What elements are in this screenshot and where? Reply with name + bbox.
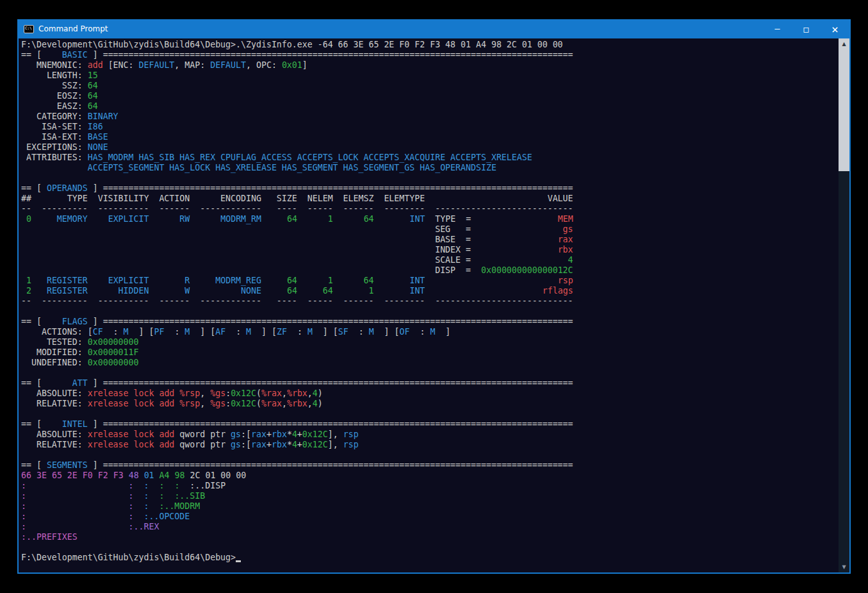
console-text-segment: %gs [210,388,225,398]
console-text-segment [21,214,26,224]
scrollbar-down-arrow[interactable]: ▼ [839,562,849,572]
console-text-segment: : [225,399,231,408]
console-text-segment [21,163,88,172]
console-line: EASZ: 64 [21,101,835,112]
console-text-segment [261,214,287,224]
console-text-segment: rbx [558,245,573,255]
console-text-segment: rsp [343,440,359,449]
console-text-segment: MODRM_REG [215,276,261,285]
console-text-segment: NONE [241,286,261,296]
console-text-segment: 0x12C [231,399,256,408]
console-text-segment: rax [251,430,266,439]
console-text-segment: 0x01 [282,60,302,70]
console-text-segment: * [287,440,292,449]
console-line: F:\Development\GitHub\zydis\Build64\Debu… [21,553,835,563]
console-output: F:\Development\GitHub\zydis\Build64\Debu… [21,40,835,563]
console-text-segment: 4 [313,399,318,408]
console-text-segment [26,481,129,490]
console-line [21,173,835,183]
console-text-segment [31,276,47,285]
console-text-segment: ] [ [129,327,154,337]
console-text-segment [26,501,129,511]
console-text-segment: ISA-EXT: [21,132,88,142]
console-text-segment: gs [231,440,241,449]
console-text-segment [21,235,435,244]
console-text-segment: CATEGORY: [21,112,88,121]
console-line: RELATIVE: xrelease lock add %rsp, %gs:0x… [21,399,835,409]
console-text-segment: F2 [98,471,108,480]
close-button[interactable]: × [821,19,849,38]
console-text-segment: ) [318,399,323,408]
console-text-segment: OF [400,327,410,337]
console-text-segment: :..REX [129,522,160,531]
console-text-segment [124,471,129,480]
console-text-segment: EASZ: [21,101,88,111]
console-text-segment: ] [ [251,327,277,337]
console-text-segment: ] [88,378,103,388]
console-text-segment: : [225,388,231,398]
console-text-segment: xrelease lock add [88,430,175,439]
console-line [21,450,835,460]
console-text-segment: ATTRIBUTES: [21,153,88,162]
console-text-segment: ], [328,440,343,449]
console-text-segment [62,471,67,480]
console-text-segment: DEFAULT [139,60,175,70]
console-line: == [ BASIC ] ===========================… [21,50,835,60]
console-line: == [ ATT ] =============================… [21,378,835,388]
console-line: INDEX = rbx [21,245,835,255]
console-text-segment: :..OPCODE [143,512,190,521]
console-text-segment: 0x00000000 [88,358,139,367]
console-text-segment: * [287,430,292,439]
console-text-segment [26,522,129,531]
console-text-segment: ] [302,60,307,70]
console-text-segment: ACCEPTS_SEGMENT HAS_LOCK HAS_XRELEASE HA… [88,163,496,172]
console-text-segment [471,235,558,244]
console-text-segment: ZF [277,327,287,337]
console-line: :..PREFIXES [21,532,835,542]
console-area[interactable]: F:\Development\GitHub\zydis\Build64\Debu… [19,38,849,572]
console-text-segment: AF [215,327,225,337]
console-text-segment: add [88,60,103,70]
console-line: RELATIVE: xrelease lock add qword ptr gs… [21,440,835,450]
console-text-segment: SEGMENTS [42,460,88,470]
console-line [21,306,835,317]
console-text-segment: 1 [328,276,333,285]
console-text-segment: -- --------- ---------- ------ ---------… [21,204,573,213]
console-text-segment: 0x12C [231,388,256,398]
console-text-segment: ], [328,430,343,439]
console-text-segment: : [129,491,134,501]
console-line: DISP = 0x000000000000012C [21,265,835,276]
console-line: BASE = rax [21,235,835,245]
minimize-icon: ─ [775,24,780,34]
scrollbar[interactable]: ▲ ▼ [839,38,849,572]
console-text-segment: 48 [129,471,139,480]
console-line: ACTIONS: [CF : M ] [PF : M ] [AF : M ] [… [21,327,835,337]
console-text-segment [88,214,108,224]
console-text-segment: DISP = [435,265,471,275]
window-controls: ─ □ × [763,19,849,38]
console-text-segment: MODRM_RM [220,214,261,224]
console-text-segment: ## TYPE VISIBILITY ACTION ENCODING SIZE … [21,194,573,203]
console-text-segment: ] [88,317,103,326]
console-text-segment [164,481,174,490]
title-bar[interactable]: C:\ Command Prompt ─ □ × [19,19,849,38]
console-text-segment: : [409,327,430,337]
console-line: -- --------- ---------- ------ ---------… [21,296,835,306]
console-line: ISA-EXT: BASE [21,132,835,142]
console-text-segment: + [297,440,302,449]
scrollbar-up-arrow[interactable]: ▲ [839,38,849,49]
console-text-segment: 3E [37,471,47,480]
console-text-segment [134,512,144,521]
console-text-segment: xrelease lock add [88,440,175,449]
maximize-button[interactable]: □ [792,19,821,38]
console-text-segment: , MAP: [174,60,210,70]
scrollbar-thumb[interactable] [839,49,849,171]
console-text-segment: , OPC: [246,60,282,70]
console-text-segment: UNDEFINED: [21,358,88,367]
console-line: -- --------- ---------- ------ ---------… [21,204,835,214]
scrollbar-track[interactable] [839,49,849,562]
console-text-segment: :[ [241,440,251,449]
console-line: == [ SEGMENTS ] ========================… [21,460,835,471]
minimize-button[interactable]: ─ [763,19,792,38]
console-text-segment: rsp [343,430,359,439]
